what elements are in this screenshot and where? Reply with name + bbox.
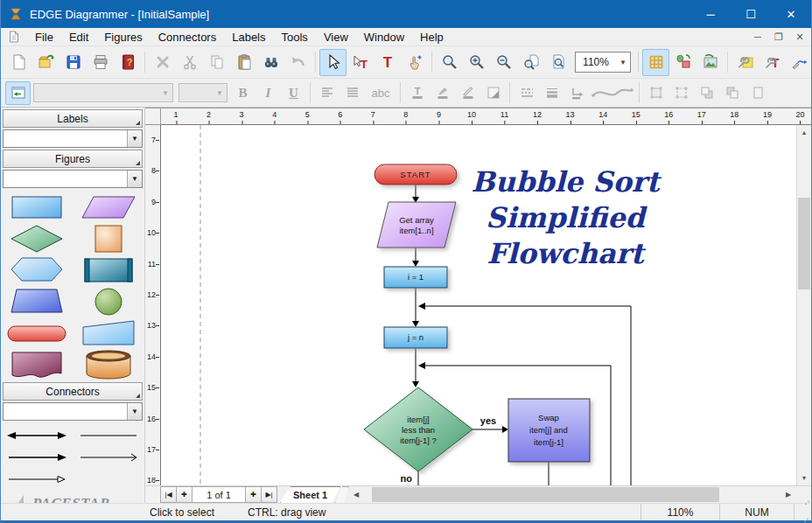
scroll-down-icon[interactable]: ▼ xyxy=(797,471,811,485)
new-button[interactable] xyxy=(5,49,32,76)
labels-combo[interactable]: ▼ xyxy=(3,129,143,148)
zoom-in-button[interactable] xyxy=(463,49,490,76)
spelling-button[interactable]: abc xyxy=(365,81,396,105)
mdi-minimize-button[interactable]: ─ xyxy=(748,29,767,45)
first-page-button[interactable]: |◀ xyxy=(160,486,177,503)
undo-button[interactable] xyxy=(284,49,312,76)
grid-toggle-button[interactable] xyxy=(642,49,669,76)
ungroup-button[interactable] xyxy=(668,81,694,105)
palette-shape-diamond[interactable] xyxy=(1,223,73,255)
italic-button[interactable]: I xyxy=(256,81,281,105)
zoom-page-button[interactable] xyxy=(517,49,544,76)
palette-connector-filled-arrow[interactable] xyxy=(1,446,73,468)
palette-shape-square[interactable] xyxy=(73,223,144,255)
remove-page-button[interactable]: ✚ xyxy=(176,486,192,503)
menu-view[interactable]: View xyxy=(316,29,356,45)
node-decision[interactable]: item[j] less than item[j-1] ? xyxy=(364,387,472,471)
horizontal-scrollbar[interactable]: ◀ ▶ xyxy=(349,486,795,503)
menu-help[interactable]: Help xyxy=(412,29,452,45)
menu-edit[interactable]: Edit xyxy=(61,29,96,45)
palette-shape-trapezoid[interactable] xyxy=(1,286,73,317)
palette-shape-document[interactable] xyxy=(1,349,73,380)
figure-palette-button[interactable] xyxy=(669,49,696,76)
figure-options-button[interactable] xyxy=(732,49,759,76)
node-get-array[interactable]: Get array item[1..n] xyxy=(377,202,456,248)
palette-shape-manual-input[interactable] xyxy=(73,317,144,349)
node-start[interactable]: START xyxy=(374,164,457,185)
menu-tools[interactable]: Tools xyxy=(274,29,316,45)
dash-style-button[interactable] xyxy=(514,81,539,105)
group-button[interactable] xyxy=(643,81,668,105)
save-button[interactable] xyxy=(60,49,87,76)
text-color-button[interactable]: T xyxy=(404,81,430,105)
palette-shape-hexagon[interactable] xyxy=(1,255,73,286)
text-tool-button[interactable]: T xyxy=(374,49,401,76)
underline-button[interactable]: U xyxy=(281,81,306,105)
palette-connector-thin-arrow[interactable] xyxy=(73,446,144,468)
mdi-close-button[interactable]: ✕ xyxy=(790,29,809,45)
figures-combo[interactable]: ▼ xyxy=(3,170,143,188)
close-button[interactable]: ✕ xyxy=(771,0,811,28)
vscroll-track[interactable] xyxy=(797,140,811,471)
sheet-tab[interactable]: Sheet 1 xyxy=(280,486,340,503)
zoom-out-button[interactable] xyxy=(490,49,517,76)
delete-button[interactable] xyxy=(149,49,176,76)
image-tools-button[interactable] xyxy=(696,49,724,76)
menu-labels[interactable]: Labels xyxy=(224,29,273,45)
zoom-level-combo[interactable]: 110% ▼ xyxy=(575,52,631,73)
menu-connectors[interactable]: Connectors xyxy=(150,29,224,45)
zoom-tool-button[interactable] xyxy=(436,49,463,76)
bring-forward-button[interactable] xyxy=(694,81,719,105)
align-left-button[interactable] xyxy=(314,81,340,105)
point-tool-button[interactable] xyxy=(401,49,428,76)
connectors-combo[interactable]: ▼ xyxy=(3,402,143,421)
menu-window[interactable]: Window xyxy=(356,29,412,45)
send-backward-button[interactable] xyxy=(719,81,745,105)
menu-figures[interactable]: Figures xyxy=(96,29,150,45)
panel-toggle-button[interactable] xyxy=(5,81,31,105)
open-button[interactable] xyxy=(32,49,60,76)
curve-style-button[interactable] xyxy=(590,81,635,105)
text-options-button[interactable]: T xyxy=(759,49,786,76)
bold-button[interactable]: B xyxy=(230,81,256,105)
scroll-up-icon[interactable]: ▲ xyxy=(797,125,811,140)
palette-shape-terminator[interactable] xyxy=(1,317,73,349)
node-init-i[interactable]: i = 1 xyxy=(384,267,447,288)
resize-grip[interactable] xyxy=(794,504,811,520)
hscroll-track[interactable] xyxy=(363,486,781,503)
drawing-canvas[interactable]: START Get array item[1..n] i = 1 xyxy=(161,125,796,485)
vertical-scrollbar[interactable]: ▲ ▼ xyxy=(796,125,811,485)
minimize-button[interactable]: ─ xyxy=(690,0,731,28)
zoom-selection-button[interactable] xyxy=(544,49,571,76)
figures-panel-header[interactable]: Figures xyxy=(3,150,143,168)
palette-connector-double-arrow[interactable] xyxy=(1,424,73,446)
menu-file[interactable]: File xyxy=(27,29,61,45)
mdi-restore-button[interactable]: ❐ xyxy=(769,29,788,45)
vscroll-thumb[interactable] xyxy=(798,198,810,289)
maximize-button[interactable]: ☐ xyxy=(731,0,771,28)
select-text-tool-button[interactable]: T xyxy=(346,49,374,76)
print-button[interactable] xyxy=(87,49,114,76)
paste-button[interactable] xyxy=(230,49,257,76)
palette-connector-open-arrow[interactable] xyxy=(1,468,73,490)
labels-panel-header[interactable]: Labels xyxy=(3,109,143,128)
connectors-panel-header[interactable]: Connectors xyxy=(3,382,143,401)
palette-shape-cylinder[interactable] xyxy=(73,349,144,380)
select-tool-button[interactable] xyxy=(319,49,346,76)
palette-shape-predefined-process[interactable] xyxy=(73,255,144,286)
help-button[interactable]: ? xyxy=(114,49,141,76)
connector-style-button[interactable] xyxy=(564,81,590,105)
align-figures-button[interactable] xyxy=(745,81,770,105)
cut-button[interactable] xyxy=(176,49,203,76)
palette-shape-rectangle[interactable] xyxy=(1,192,73,223)
line-color-button[interactable] xyxy=(455,81,480,105)
node-swap[interactable]: Swap item[j] and item[j-1] xyxy=(508,399,590,462)
add-page-button[interactable]: ✚ xyxy=(245,486,262,503)
scroll-left-icon[interactable]: ◀ xyxy=(349,486,363,503)
palette-shape-circle[interactable] xyxy=(73,286,144,317)
connector-options-button[interactable] xyxy=(786,49,812,76)
find-button[interactable] xyxy=(257,49,284,76)
justify-button[interactable] xyxy=(340,81,365,105)
palette-shape-parallelogram[interactable] xyxy=(73,192,144,223)
palette-connector-plain-line[interactable] xyxy=(73,424,144,446)
